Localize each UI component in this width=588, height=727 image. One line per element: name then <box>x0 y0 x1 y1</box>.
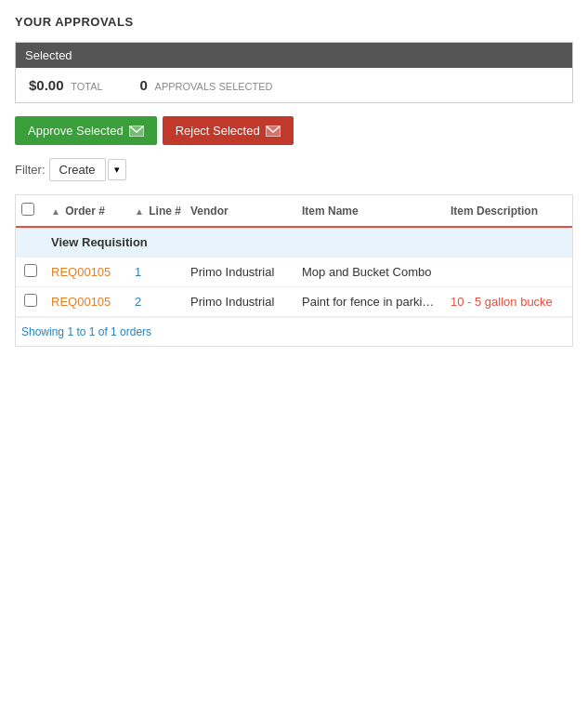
filter-bar: Filter: Create ▾ <box>15 158 573 181</box>
row1-vendor: Primo Industrial <box>185 258 296 287</box>
selected-panel-body: $0.00 TOTAL 0 APPROVALS SELECTED <box>16 68 572 102</box>
sort-arrow-line: ▲ <box>135 206 144 217</box>
row1-desc <box>445 258 573 287</box>
reject-icon <box>266 126 281 137</box>
approvals-label: APPROVALS SELECTED <box>155 81 273 92</box>
approvals-table-container: ▲ Order # ▲ Line # Vendor Item Name Item <box>15 194 573 347</box>
sort-arrow-order: ▲ <box>51 206 60 217</box>
table-row: REQ00105 1 Primo Industrial Mop and Buck… <box>16 258 573 287</box>
action-buttons: Approve Selected Reject Selected <box>15 116 573 145</box>
approve-icon <box>129 126 144 137</box>
table-row: REQ00105 2 Primo Industrial Paint for fe… <box>16 287 573 317</box>
row2-order: REQ00105 <box>46 287 129 317</box>
col-header-vendor: Vendor <box>185 195 296 227</box>
row2-checkbox-cell <box>16 287 46 317</box>
row1-order-link[interactable]: REQ00105 <box>51 265 111 279</box>
total-section: $0.00 TOTAL <box>29 77 103 93</box>
selected-panel-header: Selected <box>16 43 572 68</box>
row2-vendor: Primo Industrial <box>185 287 296 317</box>
total-amount: $0.00 <box>29 77 64 93</box>
showing-range: 1 to 1 of 1 <box>67 325 116 338</box>
approvals-table: ▲ Order # ▲ Line # Vendor Item Name Item <box>16 195 573 317</box>
row1-line-link[interactable]: 1 <box>135 265 141 279</box>
row2-order-link[interactable]: REQ00105 <box>51 295 111 309</box>
showing-text: Showing 1 to 1 of 1 orders <box>16 317 572 346</box>
filter-create-button[interactable]: Create <box>49 158 106 181</box>
table-body: View Requisition REQ00105 1 Primo Indust… <box>16 227 573 317</box>
view-requisition-label[interactable]: View Requisition <box>51 235 148 249</box>
row2-line: 2 <box>129 287 185 317</box>
col-line-label: Line # <box>149 205 181 218</box>
col-header-order: ▲ Order # <box>46 195 129 227</box>
row2-line-link[interactable]: 2 <box>135 295 141 309</box>
select-all-checkbox[interactable] <box>21 203 34 216</box>
col-header-check <box>16 195 46 227</box>
view-requisition-row: View Requisition <box>16 227 573 258</box>
row1-item: Mop and Bucket Combo <box>296 258 445 287</box>
showing-suffix: orders <box>117 325 151 338</box>
row2-desc: 10 - 5 gallon bucke <box>445 287 573 317</box>
row1-line: 1 <box>129 258 185 287</box>
row1-order: REQ00105 <box>46 258 129 287</box>
col-order-label: Order # <box>65 205 105 218</box>
row2-item: Paint for fence in parking lot <box>296 287 445 317</box>
filter-value: Create <box>59 163 96 177</box>
table-header-row: ▲ Order # ▲ Line # Vendor Item Name Item <box>16 195 573 227</box>
col-header-line: ▲ Line # <box>129 195 185 227</box>
approve-label: Approve Selected <box>28 124 124 138</box>
col-vendor-label: Vendor <box>190 205 229 218</box>
row1-checkbox-cell <box>16 258 46 287</box>
col-header-desc: Item Description <box>445 195 573 227</box>
reject-label: Reject Selected <box>176 124 260 138</box>
filter-dropdown-button[interactable]: ▾ <box>108 159 126 180</box>
showing-prefix: Showing <box>21 325 67 338</box>
total-label: TOTAL <box>71 81 102 92</box>
col-item-label: Item Name <box>302 205 359 218</box>
row1-checkbox[interactable] <box>24 264 37 277</box>
col-header-item: Item Name <box>296 195 445 227</box>
reject-selected-button[interactable]: Reject Selected <box>163 116 294 145</box>
approve-selected-button[interactable]: Approve Selected <box>15 116 157 145</box>
page-title: YOUR APPROVALS <box>15 15 573 29</box>
chevron-down-icon: ▾ <box>114 164 120 175</box>
view-req-cell: View Requisition <box>46 227 573 258</box>
filter-label: Filter: <box>15 163 46 177</box>
selected-panel: Selected $0.00 TOTAL 0 APPROVALS SELECTE… <box>15 42 573 103</box>
approvals-count-section: 0 APPROVALS SELECTED <box>140 77 273 93</box>
view-row-check-cell <box>16 227 46 258</box>
approvals-count: 0 <box>140 77 148 93</box>
page-container: YOUR APPROVALS Selected $0.00 TOTAL 0 AP… <box>0 0 588 347</box>
row2-checkbox[interactable] <box>24 294 37 307</box>
col-desc-label: Item Description <box>451 205 538 218</box>
